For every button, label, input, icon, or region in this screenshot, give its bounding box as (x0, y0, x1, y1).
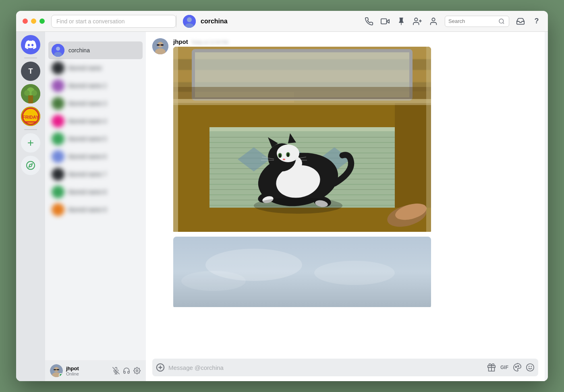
emoji-icon[interactable] (525, 363, 535, 372)
server-discord-home[interactable] (21, 35, 40, 54)
svg-rect-13 (28, 95, 33, 103)
dm-avatar-7 (52, 150, 64, 163)
message-avatar-img (152, 38, 168, 54)
svg-marker-21 (29, 164, 32, 167)
close-button[interactable] (23, 19, 28, 24)
svg-point-5 (415, 18, 417, 21)
online-status-dot (59, 373, 63, 377)
gif-button[interactable]: GIF (500, 363, 509, 372)
message-timestamp: Today at 12:34 PM (191, 40, 228, 45)
title-bar: Find or start a conversation corchina (16, 11, 548, 32)
dm-name-8: blurred name 7 (68, 171, 106, 177)
svg-point-113 (527, 364, 534, 371)
svg-rect-38 (157, 44, 160, 46)
second-image (173, 237, 431, 307)
message-input-box: GIF (152, 359, 538, 376)
footer-name: jhpot (66, 365, 109, 371)
search-icon (498, 18, 505, 25)
server-divider-2 (24, 129, 37, 130)
svg-point-14 (24, 90, 30, 96)
message-group: jhpot Today at 12:34 PM (152, 38, 538, 309)
message-author: jhpot (173, 38, 188, 45)
inbox-icon[interactable] (516, 17, 525, 26)
dm-list: corchina blurred name blurred name 2 blu… (45, 32, 146, 381)
dm-avatar-corchina (52, 44, 64, 57)
svg-point-85 (279, 154, 281, 158)
server-nature[interactable] (21, 84, 40, 103)
svg-point-23 (56, 47, 60, 51)
svg-marker-3 (387, 19, 389, 23)
footer-status: Online (66, 371, 109, 376)
toolbar-icons: ? (358, 16, 548, 27)
svg-line-10 (503, 23, 504, 24)
sticker-icon[interactable] (512, 363, 522, 372)
dm-item-3[interactable]: blurred name 2 (48, 77, 143, 95)
svg-point-8 (432, 18, 435, 21)
svg-text:FRIDAY: FRIDAY (23, 115, 39, 120)
dm-items: corchina blurred name blurred name 2 blu… (45, 41, 146, 360)
dm-item-7[interactable]: blurred name 6 (48, 148, 143, 165)
dm-item-8[interactable]: blurred name 7 (48, 165, 143, 183)
svg-point-112 (518, 365, 519, 367)
corchina-avatar-img (52, 44, 64, 57)
dm-avatar-3 (52, 79, 64, 92)
messages-container: jhpot Today at 12:34 PM (146, 32, 545, 354)
server-tgif[interactable]: FRIDAY (21, 107, 40, 126)
add-friend-icon[interactable] (413, 17, 422, 26)
gif-label: GIF (500, 365, 508, 370)
add-server-button[interactable]: + (21, 133, 40, 153)
app-window: Find or start a conversation corchina (16, 11, 548, 381)
minimize-button[interactable] (31, 19, 36, 24)
profile-icon[interactable] (429, 17, 438, 26)
dm-item-2[interactable]: blurred name (48, 59, 143, 77)
svg-rect-99 (173, 47, 178, 232)
headphones-icon[interactable] (122, 367, 131, 375)
dm-avatar-2 (52, 62, 64, 74)
search-input[interactable] (448, 18, 497, 24)
settings-icon[interactable] (133, 367, 141, 375)
dm-item-10[interactable]: blurred name 9 (48, 201, 143, 219)
message-content: jhpot Today at 12:34 PM (173, 38, 538, 309)
dm-name-5: blurred name 4 (68, 118, 106, 124)
dm-avatar-8 (52, 168, 64, 181)
input-actions: GIF (487, 363, 535, 372)
dm-search-bar[interactable]: Find or start a conversation (51, 15, 176, 28)
footer-avatar (50, 364, 63, 377)
svg-point-87 (283, 159, 285, 160)
svg-rect-29 (57, 369, 59, 370)
pin-icon[interactable] (396, 17, 406, 26)
compass-icon (26, 161, 35, 170)
dm-item-5[interactable]: blurred name 4 (48, 112, 143, 130)
search-box[interactable] (445, 16, 509, 27)
video-icon[interactable] (380, 17, 390, 26)
svg-rect-4 (381, 19, 387, 24)
server-t[interactable]: T (21, 62, 40, 81)
server-list: T FRIDAY (16, 32, 45, 381)
dm-item-corchina[interactable]: corchina (48, 41, 143, 59)
server-divider (24, 58, 37, 58)
svg-point-111 (515, 366, 516, 367)
help-icon[interactable]: ? (532, 17, 541, 26)
svg-point-86 (287, 153, 289, 157)
footer-username: jhpot Online (66, 365, 109, 376)
dm-item-6[interactable]: blurred name 5 (48, 130, 143, 148)
server-tgif-img: FRIDAY (21, 107, 40, 126)
svg-point-20 (27, 161, 35, 169)
dm-name-10: blurred name 9 (68, 206, 106, 213)
dm-item-4[interactable]: blurred name 3 (48, 95, 143, 112)
svg-rect-100 (426, 47, 431, 232)
maximize-button[interactable] (39, 19, 45, 24)
call-icon[interactable] (364, 17, 374, 26)
explore-servers-button[interactable] (21, 156, 40, 175)
attach-button[interactable] (156, 363, 165, 372)
svg-point-34 (136, 370, 138, 372)
svg-point-105 (181, 271, 246, 291)
cat-image-container (173, 47, 431, 233)
mute-icon[interactable] (112, 367, 120, 375)
message-avatar (152, 38, 168, 54)
dm-list-header (45, 32, 146, 41)
dm-name-7: blurred name 6 (68, 153, 106, 160)
gift-icon[interactable] (487, 363, 496, 372)
dm-item-9[interactable]: blurred name 8 (48, 183, 143, 201)
message-input[interactable] (168, 364, 483, 371)
